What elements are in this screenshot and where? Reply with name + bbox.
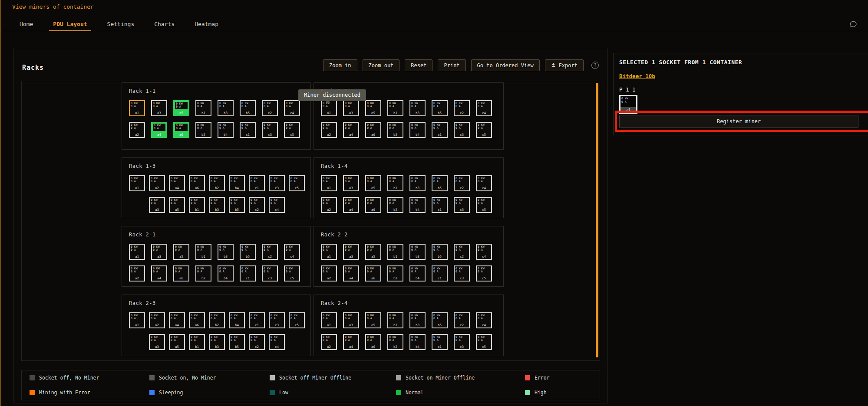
socket-b3[interactable]: 0 KW0 Ab3 — [409, 244, 426, 260]
socket-a1[interactable]: 0 KW0 Aa1 — [129, 244, 145, 260]
socket-c5[interactable]: 0 KW0 Ac5 — [476, 122, 492, 138]
socket-b3[interactable]: 0 KW0 Ab3 — [218, 100, 234, 116]
socket-c4[interactable]: 0 KW0 Ac4 — [476, 244, 492, 260]
socket-c4[interactable]: 0 KW0 Ac4 — [284, 100, 300, 116]
socket-b3[interactable]: 0 KW0 Ab3 — [209, 197, 225, 213]
vertical-scrollbar-thumb[interactable] — [596, 83, 598, 357]
register-miner-button[interactable]: Register miner — [619, 115, 858, 128]
socket-a3[interactable]: 0 KW0 Aa3 — [343, 100, 359, 116]
socket-c1[interactable]: 0 KW0 Ac1 — [432, 265, 448, 282]
socket-b4[interactable]: 0 KW0 Ab4 — [218, 122, 234, 138]
socket-b4[interactable]: 0 KW0 Ab4 — [409, 122, 426, 138]
tab-settings[interactable]: Settings — [97, 17, 145, 31]
socket-a6[interactable]: 0 KW0 Aa6 — [365, 265, 381, 282]
socket-c5[interactable]: 0 KW0 Ac5 — [289, 175, 305, 191]
socket-c4[interactable]: 0 KW0 Ac4 — [269, 334, 285, 350]
socket-a6[interactable]: 0 KW0 Aa6 — [189, 175, 205, 191]
print-button[interactable]: Print — [438, 59, 465, 71]
socket-c3[interactable]: 0 KW0 Ac3 — [269, 175, 285, 191]
socket-c5[interactable]: 0 KW0 Ac5 — [476, 334, 492, 350]
socket-c1[interactable]: 0 KW0 Ac1 — [249, 312, 265, 328]
socket-c1[interactable]: 0 KW0 Ac1 — [240, 122, 256, 138]
socket-c2[interactable]: 0 KW0 Ac2 — [249, 197, 265, 213]
socket-b2[interactable]: 0 KW0 Ab2 — [209, 312, 225, 328]
socket-a4[interactable]: 0 KW0 Aa4 — [343, 265, 359, 282]
socket-b4[interactable]: 0 KW0 Ab4 — [229, 312, 245, 328]
socket-b2[interactable]: 0 KW0 Ab2 — [387, 197, 403, 213]
socket-c3[interactable]: 0 KW0 Ac3 — [454, 122, 470, 138]
socket-c5[interactable]: 0 KW0 Ac5 — [284, 265, 300, 282]
socket-a5[interactable]: 0 KW0 Aa5 — [169, 197, 185, 213]
socket-c4[interactable]: 0 KW0 Ac4 — [284, 244, 300, 260]
socket-c5[interactable]: 0 KW0 Ac5 — [284, 122, 300, 138]
socket-b1[interactable]: 0 KW0 Ab1 — [189, 334, 205, 350]
socket-b1[interactable]: 0 KW0 Ab1 — [195, 100, 211, 116]
socket-a3[interactable]: 0 KW0 Aa3 — [343, 175, 359, 191]
socket-a6[interactable]: 0 KW0 Aa6 — [365, 122, 381, 138]
socket-a3[interactable]: 0 KW0 Aa3 — [149, 334, 165, 350]
racks-viewport[interactable]: Rack 1-10 KW0 Aa10 KW0 Aa30 KW0 Aa50 KW0… — [21, 81, 600, 361]
socket-b4[interactable]: 0 KW0 Ab4 — [229, 175, 245, 191]
socket-b3[interactable]: 0 KW0 Ab3 — [409, 100, 426, 116]
socket-b3[interactable]: 0 KW0 Ab3 — [409, 175, 426, 191]
socket-a3[interactable]: 0 KW0 Aa3 — [343, 244, 359, 260]
socket-b2[interactable]: 0 KW0 Ab2 — [387, 265, 403, 282]
socket-a1[interactable]: 0 KW0 Aa1 — [129, 312, 145, 328]
socket-b4[interactable]: 0 KW0 Ab4 — [409, 334, 426, 350]
zoom-out-button[interactable]: Zoom out — [363, 59, 400, 71]
zoom-in-button[interactable]: Zoom in — [323, 59, 357, 71]
socket-c2[interactable]: 0 KW0 Ac2 — [454, 100, 470, 116]
socket-a3[interactable]: 0 KW0 Aa3 — [149, 197, 165, 213]
help-icon[interactable]: ? — [591, 62, 599, 69]
socket-c1[interactable]: 0 KW0 Ac1 — [432, 122, 448, 138]
socket-a4[interactable]: 0 KW0 Aa4 — [169, 175, 185, 191]
socket-b3[interactable]: 0 KW0 Ab3 — [409, 312, 426, 328]
socket-a5[interactable]: 0 KW0 Aa5 — [365, 244, 381, 260]
socket-c4[interactable]: 0 KW0 Ac4 — [476, 175, 492, 191]
socket-a4[interactable]: 0 KW0 Aa4 — [169, 312, 185, 328]
socket-b2[interactable]: 0 KW0 Ab2 — [387, 122, 403, 138]
socket-c2[interactable]: 0 KW0 Ac2 — [454, 312, 470, 328]
socket-a1[interactable]: 0 KW0 Aa1 — [321, 312, 337, 328]
socket-c2[interactable]: 0 KW0 Ac2 — [454, 244, 470, 260]
socket-a4[interactable]: 0 KW0 Aa4 — [343, 197, 359, 213]
socket-a2[interactable]: 0 KW0 Aa2 — [321, 122, 337, 138]
socket-a4[interactable]: 0 KW0 Aa4 — [343, 334, 359, 350]
chat-bubble-icon[interactable] — [849, 20, 858, 29]
socket-b4[interactable]: 0 KW0 Ab4 — [409, 265, 426, 282]
socket-c5[interactable]: 0 KW0 Ac5 — [476, 265, 492, 282]
tab-pdu-layout[interactable]: PDU Layout — [43, 17, 97, 31]
socket-b5[interactable]: 0 KW0 Ab5 — [229, 197, 245, 213]
socket-a2[interactable]: 0 KW0 Aa2 — [321, 197, 337, 213]
socket-a2[interactable]: 0 KW0 Aa2 — [321, 334, 337, 350]
socket-b2[interactable]: 0 KW0 Ab2 — [387, 334, 403, 350]
tab-heatmap[interactable]: Heatmap — [185, 17, 228, 31]
socket-a2[interactable]: 0 KW0 Aa2 — [149, 312, 165, 328]
socket-c1[interactable]: 0 KW0 Ac1 — [432, 197, 448, 213]
socket-b2[interactable]: 0 KW0 Ab2 — [209, 175, 225, 191]
socket-b3[interactable]: 0 KW0 Ab3 — [209, 334, 225, 350]
socket-a1[interactable]: 0 KW0 Aa1 — [129, 100, 145, 116]
socket-b4[interactable]: 0 KW0 Ab4 — [409, 197, 426, 213]
socket-c3[interactable]: 0 KW0 Ac3 — [262, 265, 278, 282]
socket-b1[interactable]: 0 KW0 Ab1 — [387, 312, 403, 328]
socket-b1[interactable]: 0 KW0 Ab1 — [195, 244, 211, 260]
tab-charts[interactable]: Charts — [144, 17, 185, 31]
socket-b5[interactable]: 0 KW0 Ab5 — [432, 175, 448, 191]
socket-c4[interactable]: 0 KW0 Ac4 — [476, 312, 492, 328]
socket-b5[interactable]: 0 KW0 Ab5 — [432, 312, 448, 328]
socket-b5[interactable]: 0 KW0 Ab5 — [229, 334, 245, 350]
socket-a4[interactable]: 0 KW0 Aa4 — [151, 122, 167, 138]
socket-c3[interactable]: 0 KW0 Ac3 — [454, 334, 470, 350]
socket-b2[interactable]: 0 KW0 Ab2 — [195, 122, 211, 138]
socket-a5[interactable]: 0 KW0 Aa5 — [173, 244, 189, 260]
socket-c4[interactable]: 0 KW0 Ac4 — [476, 100, 492, 116]
socket-a5[interactable]: 0 KW0 Aa5 — [365, 175, 381, 191]
socket-a6[interactable]: 0 KW0 Aa6 — [189, 312, 205, 328]
socket-a5[interactable]: 0 KW0 Aa5 — [173, 100, 189, 116]
ordered-view-button[interactable]: Go to Ordered View — [471, 59, 540, 71]
socket-c3[interactable]: 0 KW0 Ac3 — [262, 122, 278, 138]
socket-b2[interactable]: 0 KW0 Ab2 — [195, 265, 211, 282]
socket-a6[interactable]: 0 KW0 Aa6 — [173, 265, 189, 282]
socket-b1[interactable]: 0 KW0 Ab1 — [189, 197, 205, 213]
